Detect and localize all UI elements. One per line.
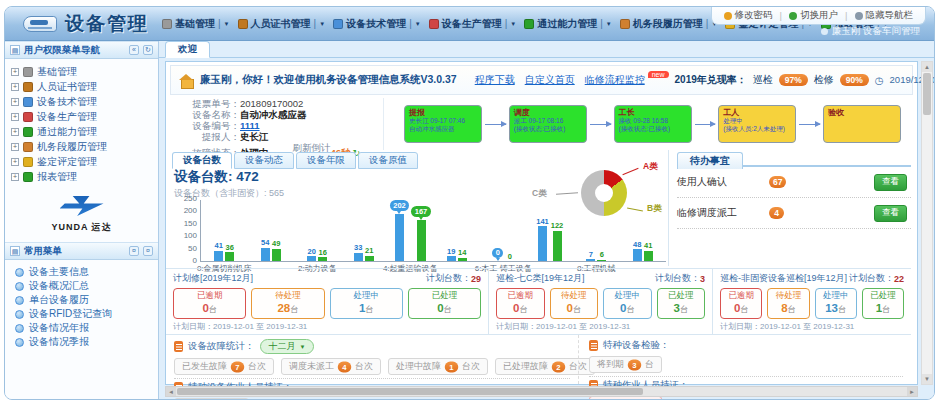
- vertical-scroll-thumb[interactable]: [923, 73, 931, 115]
- status-card-blue[interactable]: 处理中13台: [815, 288, 857, 319]
- bar-column: 6: [597, 200, 606, 261]
- refresh-nav-icon[interactable]: ↻: [143, 45, 153, 55]
- scroll-down-arrow[interactable]: ▼: [922, 374, 932, 384]
- vertical-scrollbar[interactable]: ▲ ▼: [921, 61, 933, 385]
- stat-chip[interactable]: 处理中故障1台次: [388, 358, 488, 375]
- plan-date-range: 计划日期：2019-12-01 至 2019-12-31: [496, 321, 705, 332]
- status-card-red[interactable]: 已逾期0台: [173, 288, 246, 319]
- train-logo-icon: [23, 16, 57, 32]
- bottom-left-column: 设备故障统计：十二月▼已发生故障7台次调度未派工4台次处理中故障1台次已处理故障…: [166, 335, 578, 384]
- top-menu-item[interactable]: 设备技术管理|▼: [330, 15, 424, 33]
- settings-common-icon[interactable]: ¤: [143, 246, 153, 256]
- view-button[interactable]: 查看: [874, 174, 907, 191]
- chart-tab[interactable]: 设备台数: [172, 152, 232, 169]
- chart-tab[interactable]: 设备原值: [358, 152, 418, 169]
- chart-tab[interactable]: 设备年限: [296, 152, 356, 169]
- bar-column: 20: [307, 200, 316, 261]
- top-menu-item-label: 机务段履历管理: [633, 17, 703, 31]
- stat-chip[interactable]: 将到期29人: [174, 398, 249, 400]
- scroll-up-arrow[interactable]: ▲: [922, 62, 932, 72]
- welcome-link[interactable]: 程序下载: [475, 73, 515, 87]
- expand-plus-icon[interactable]: +: [11, 98, 19, 106]
- plan-panels-row: 计划修[2019年12月]计划台数：29已逾期0台待处理28台处理中1台已处理0…: [166, 268, 911, 334]
- common-menu-item[interactable]: 单台设备履历: [15, 293, 152, 307]
- menu-separator: |: [409, 18, 412, 29]
- welcome-link[interactable]: 自定义首页: [525, 73, 575, 87]
- fault-field-value[interactable]: 1111: [240, 121, 260, 131]
- common-menu-item[interactable]: 设备情况年报: [15, 321, 152, 335]
- status-card-green[interactable]: 已处理1台: [862, 288, 904, 319]
- status-card-red[interactable]: 已逾期0台: [720, 288, 762, 319]
- top-menu-item[interactable]: 基础管理|▼: [159, 15, 233, 33]
- collapse-sidebar-icon[interactable]: «: [129, 45, 139, 55]
- quick-link-switch-user[interactable]: 切换用户: [789, 9, 838, 22]
- expand-plus-icon[interactable]: +: [11, 173, 19, 181]
- common-menu-item[interactable]: 设备情况季报: [15, 335, 152, 349]
- stat-chip-count-badge: 2: [552, 361, 566, 372]
- top-menu-item[interactable]: 机务段履历管理|▼: [617, 15, 721, 33]
- stat-chip[interactable]: 将到期3台: [589, 356, 662, 373]
- status-card-red[interactable]: 已逾期0台: [496, 288, 545, 319]
- sidebar-item[interactable]: +人员证书管理: [11, 79, 152, 94]
- blue-dot-icon: [15, 268, 24, 277]
- collapse-common-icon[interactable]: ¤: [129, 246, 139, 256]
- sidebar-item[interactable]: +通过能力管理: [11, 124, 152, 139]
- bar-value-label: 54: [261, 239, 269, 247]
- sidebar-item[interactable]: +机务段履历管理: [11, 139, 152, 154]
- quick-link-hide-nav[interactable]: 隐藏导航栏: [855, 9, 914, 22]
- common-menu-item[interactable]: 设备主要信息: [15, 265, 152, 279]
- bar: [354, 253, 363, 261]
- expand-plus-icon[interactable]: +: [11, 83, 19, 91]
- status-card-blue[interactable]: 处理中1台: [330, 288, 403, 319]
- top-menu-item[interactable]: 人员证书管理|▼: [235, 15, 329, 33]
- chart-tab[interactable]: 设备动态: [234, 152, 294, 169]
- status-card-orange[interactable]: 待处理0台: [550, 288, 599, 319]
- status-card-green[interactable]: 已处理0台: [408, 288, 481, 319]
- welcome-bar: 廉玉刚，你好！欢迎使用机务设备管理信息系统V3.0.37 程序下载自定义首页临修…: [170, 65, 913, 95]
- sidebar-item[interactable]: +设备技术管理: [11, 94, 152, 109]
- clock-icon: ◷: [875, 75, 884, 86]
- quick-link-key[interactable]: 修改密码: [724, 9, 773, 22]
- bar-group: 1914: [434, 200, 481, 261]
- chevron-down-icon: ▼: [224, 21, 230, 27]
- expand-plus-icon[interactable]: +: [11, 158, 19, 166]
- stat-chip-suffix: 人: [645, 398, 654, 400]
- stat-chip[interactable]: 调度未派工4台次: [281, 358, 381, 375]
- top-menu-item[interactable]: 设备生产管理|▼: [426, 15, 520, 33]
- view-button[interactable]: 查看: [874, 205, 907, 222]
- chart-subtitle: 设备台数（含非固资）: 565: [174, 187, 674, 200]
- bar-column: 19: [447, 200, 456, 261]
- sidebar-item[interactable]: +鉴定评定管理: [11, 154, 152, 169]
- expand-plus-icon[interactable]: +: [11, 143, 19, 151]
- scroll-left-arrow[interactable]: ◄: [166, 387, 176, 396]
- expand-plus-icon[interactable]: +: [11, 68, 19, 76]
- month-dropdown[interactable]: 十二月▼: [260, 339, 315, 354]
- blue-dot-icon: [15, 282, 24, 291]
- sidebar-item[interactable]: +设备生产管理: [11, 109, 152, 124]
- common-menu-item[interactable]: 设备RFID登记查询: [15, 307, 152, 321]
- top-header-bar: 设备管理 基础管理|▼人员证书管理|▼设备技术管理|▼设备生产管理|▼通过能力管…: [5, 7, 934, 41]
- rates-area: 2019年兑现率：巡检97%检修90%◷2019/12/20 17:03:22 …: [675, 73, 935, 87]
- stat-chip[interactable]: 已发生故障7台次: [174, 358, 274, 375]
- bar: [395, 214, 404, 262]
- horizontal-scrollbar[interactable]: ◄ ►: [165, 386, 918, 397]
- expand-plus-icon[interactable]: +: [11, 113, 19, 121]
- id-card-icon: [238, 19, 248, 29]
- sidebar-item[interactable]: +报表管理: [11, 169, 152, 184]
- y-axis-tick: 200: [184, 207, 197, 215]
- status-card-orange[interactable]: 待处理28台: [251, 288, 324, 319]
- status-card-green[interactable]: 已处理3台: [657, 288, 706, 319]
- expand-plus-icon[interactable]: +: [11, 128, 19, 136]
- status-card-orange[interactable]: 待处理8台: [767, 288, 809, 319]
- greeting-text: 廉玉刚，你好！欢迎使用机务设备管理信息系统V3.0.37: [200, 73, 457, 87]
- common-menu-item[interactable]: 设备概况汇总: [15, 279, 152, 293]
- top-menu-item[interactable]: 通过能力管理|▼: [521, 15, 615, 33]
- blue-dot-icon: [15, 296, 24, 305]
- status-card-blue[interactable]: 处理中0台: [603, 288, 652, 319]
- special-equipment-inspection-title-row: 特种设备检验：: [589, 339, 903, 352]
- welcome-link[interactable]: 临修流程监控: [585, 73, 645, 87]
- sidebar-item[interactable]: +基础管理: [11, 64, 152, 79]
- horizontal-scroll-thumb[interactable]: [177, 388, 643, 395]
- scroll-right-arrow[interactable]: ►: [907, 387, 917, 396]
- tab-welcome[interactable]: 欢迎: [165, 41, 210, 58]
